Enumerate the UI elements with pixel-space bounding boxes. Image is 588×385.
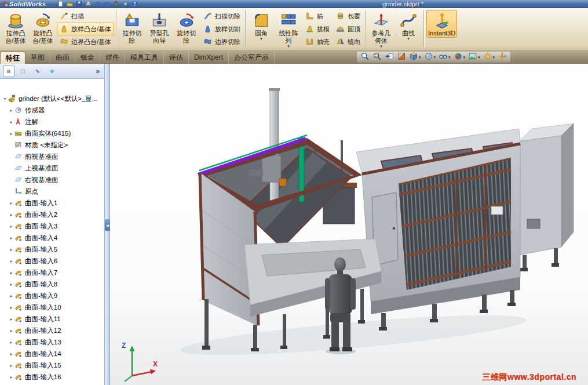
expander-icon[interactable]: ▸ bbox=[8, 270, 14, 275]
tree-item-imported-surface-11[interactable]: ▸曲面-输入11 bbox=[0, 313, 104, 325]
tree-item-imported-surface-9[interactable]: ▸曲面-输入9 bbox=[0, 290, 104, 302]
expander-icon[interactable]: ▸ bbox=[8, 212, 14, 217]
tree-item-imported-surface-14[interactable]: ▸曲面-输入14 bbox=[0, 348, 104, 359]
tab-surfaces[interactable]: 曲面 bbox=[50, 51, 75, 64]
tree-item-surface-bodies[interactable]: ▸曲面实体(6415) bbox=[0, 128, 104, 139]
tree-item-imported-surface-7[interactable]: ▸曲面-输入7 bbox=[0, 267, 104, 278]
expander-icon[interactable]: ▸ bbox=[8, 293, 14, 299]
ribbon-button-revolved-cut[interactable]: 旋转切除 bbox=[173, 10, 200, 45]
expander-icon[interactable]: ▸ bbox=[8, 375, 14, 380]
expander-icon[interactable]: ▸ bbox=[8, 247, 14, 252]
ribbon-button-shell[interactable]: 抽壳 bbox=[302, 35, 333, 48]
tree-item-top-plane[interactable]: 上视基准面 bbox=[0, 162, 104, 174]
tree-item-imported-surface-10[interactable]: ▸曲面-输入10 bbox=[0, 302, 104, 313]
expander-icon[interactable]: ▸ bbox=[8, 317, 14, 322]
tab-sketch[interactable]: 草图 bbox=[25, 51, 50, 64]
view-orientation-button[interactable]: ▾ bbox=[408, 52, 422, 63]
expander-icon[interactable]: ▾ bbox=[2, 96, 8, 101]
zoom-fit-button[interactable] bbox=[360, 52, 370, 63]
expander-icon[interactable]: ▸ bbox=[8, 131, 14, 136]
zoom-area-button[interactable] bbox=[372, 52, 382, 63]
hide-show-items-button[interactable]: ▾ bbox=[438, 52, 451, 63]
ribbon-button-dome[interactable]: 圆顶 bbox=[333, 23, 363, 35]
tree-item-imported-surface-2[interactable]: ▸曲面-输入2 bbox=[0, 209, 104, 220]
property-manager-tab[interactable] bbox=[17, 66, 29, 77]
tree-item-imported-surface-3[interactable]: ▸曲面-输入3 bbox=[0, 220, 104, 232]
pan-3d-button[interactable] bbox=[497, 52, 507, 63]
display-style-button[interactable]: ▾ bbox=[423, 52, 437, 63]
expander-icon[interactable]: ▸ bbox=[8, 282, 14, 287]
tree-item-imported-surface-12[interactable]: ▸曲面-输入12 bbox=[0, 325, 104, 336]
help-icon[interactable] bbox=[132, 1, 138, 8]
panel-overflow-chevron[interactable]: » bbox=[94, 67, 101, 75]
tab-mold-tools[interactable]: 模具工具 bbox=[125, 51, 164, 64]
tab-office-products[interactable]: 办公室产品 bbox=[229, 51, 275, 64]
ribbon-button-wrap[interactable]: 包覆 bbox=[333, 10, 363, 23]
tab-evaluate[interactable]: 评估 bbox=[164, 51, 189, 64]
tab-weldments[interactable]: 焊件 bbox=[100, 51, 125, 64]
tree-item-imported-surface-5[interactable]: ▸曲面-输入5 bbox=[0, 244, 104, 255]
tree-item-origin[interactable]: 原点 bbox=[0, 186, 104, 197]
tree-item-front-plane[interactable]: 前视基准面 bbox=[0, 151, 104, 162]
previous-view-button[interactable] bbox=[384, 52, 395, 63]
tree-item-imported-surface-8[interactable]: ▸曲面-输入8 bbox=[0, 278, 104, 290]
tree-item-imported-surface-1[interactable]: ▸曲面-输入1 bbox=[0, 197, 104, 209]
expander-icon[interactable]: ▸ bbox=[8, 305, 14, 310]
ribbon-button-hole-wizard[interactable]: 异型孔向导 bbox=[146, 10, 173, 45]
expander-icon[interactable]: ▸ bbox=[8, 108, 14, 113]
model-grinder[interactable] bbox=[110, 64, 588, 385]
tree-item-sensors[interactable]: ▸传感器 bbox=[0, 104, 104, 116]
tree-item-imported-surface-13[interactable]: ▸曲面-输入13 bbox=[0, 336, 104, 348]
ribbon-button-draft[interactable]: 拔模 bbox=[302, 23, 333, 35]
redo-icon[interactable] bbox=[104, 1, 111, 8]
ribbon-button-linear-pattern[interactable]: 线性阵列▼ bbox=[275, 10, 302, 49]
tree-item-part-root[interactable]: ▾grinder (默认<<默认>_显... bbox=[0, 93, 104, 104]
section-view-button[interactable] bbox=[396, 52, 407, 63]
expander-icon[interactable]: ▸ bbox=[8, 201, 14, 206]
options-icon[interactable] bbox=[122, 1, 129, 8]
open-icon[interactable] bbox=[67, 1, 74, 8]
ribbon-button-boundary-boss-base[interactable]: 边界凸台/基体 bbox=[57, 35, 114, 48]
dimxpert-manager-tab[interactable] bbox=[46, 66, 58, 77]
view-settings-button[interactable]: ▾ bbox=[483, 52, 496, 63]
ribbon-button-extruded-cut[interactable]: 拉伸切除 bbox=[119, 10, 145, 45]
ribbon-button-extruded-boss-base[interactable]: 拉伸凸台/基体 bbox=[2, 10, 29, 45]
tree-item-material[interactable]: 材质 <未指定> bbox=[0, 139, 104, 151]
configuration-manager-tab[interactable] bbox=[32, 66, 43, 77]
print-icon[interactable] bbox=[85, 1, 92, 8]
graphics-viewport[interactable]: Z X 三维网www.3dportal.cn bbox=[110, 64, 588, 385]
tab-sheet-metal[interactable]: 钣金 bbox=[75, 51, 100, 64]
tree-item-right-plane[interactable]: 右视基准面 bbox=[0, 174, 104, 186]
tree-item-annotations[interactable]: ▸注解 bbox=[0, 116, 104, 128]
ribbon-button-reference-geometry[interactable]: 参考几何体▼ bbox=[368, 10, 395, 49]
expander-icon[interactable]: ▸ bbox=[8, 119, 14, 125]
tab-features[interactable]: 特征 bbox=[0, 52, 25, 64]
ribbon-button-lofted-cut[interactable]: 放样切割 bbox=[200, 23, 243, 35]
edit-appearance-button[interactable]: ▾ bbox=[453, 52, 466, 63]
undo-icon[interactable] bbox=[94, 1, 101, 8]
ribbon-button-instant3d[interactable]: Instant3D bbox=[426, 10, 457, 38]
ribbon-button-curves[interactable]: 曲线▼ bbox=[395, 10, 422, 42]
rebuild-icon[interactable] bbox=[113, 1, 120, 8]
tab-dimxpert[interactable]: DimXpert bbox=[189, 51, 229, 64]
expander-icon[interactable]: ▸ bbox=[8, 363, 14, 368]
feature-manager-tab[interactable] bbox=[3, 66, 14, 77]
machine-main-enclosure[interactable] bbox=[356, 129, 520, 330]
tree-item-imported-surface-4[interactable]: ▸曲面-输入4 bbox=[0, 232, 104, 244]
expander-icon[interactable]: ▸ bbox=[8, 351, 14, 357]
ribbon-button-fillet[interactable]: 圆角▼ bbox=[248, 10, 275, 42]
machine-left-section[interactable] bbox=[198, 88, 381, 351]
ribbon-button-boundary-cut[interactable]: 边界切除 bbox=[200, 35, 243, 48]
machine-right-cabinet[interactable] bbox=[519, 124, 574, 271]
apply-scene-button[interactable]: ▾ bbox=[468, 52, 481, 63]
expander-icon[interactable]: ▸ bbox=[8, 340, 14, 345]
ribbon-button-mirror[interactable]: 镜向 bbox=[333, 35, 363, 48]
save-icon[interactable] bbox=[76, 1, 83, 8]
tree-item-imported-surface-16[interactable]: ▸曲面-输入16 bbox=[0, 371, 104, 383]
expander-icon[interactable]: ▸ bbox=[8, 259, 14, 264]
ribbon-button-swept-boss-base[interactable]: 扫描 bbox=[57, 10, 114, 23]
panel-splitter[interactable]: ◀ bbox=[105, 64, 110, 385]
new-document-icon[interactable] bbox=[57, 1, 64, 8]
tree-item-imported-surface-15[interactable]: ▸曲面-输入15 bbox=[0, 359, 104, 371]
expander-icon[interactable]: ▸ bbox=[8, 235, 14, 241]
